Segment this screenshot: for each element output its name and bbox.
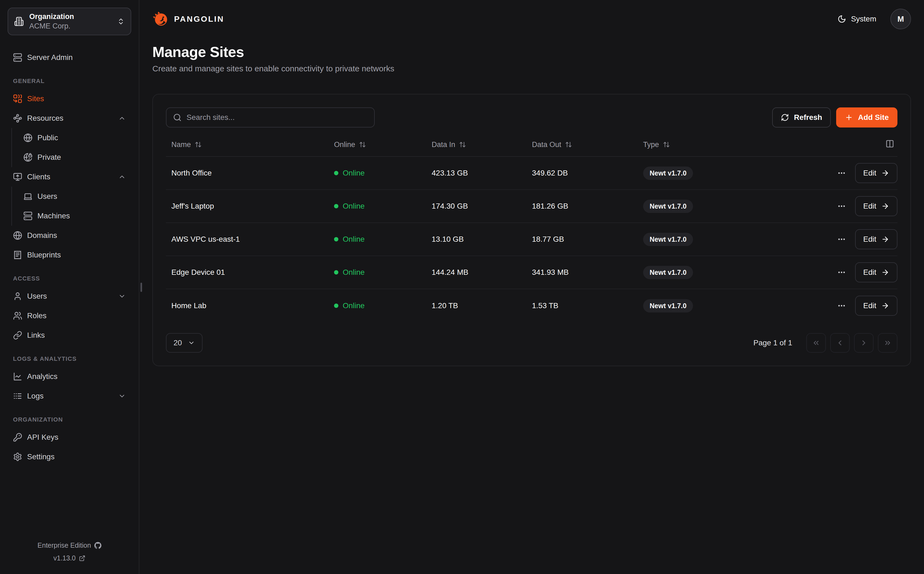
ellipsis-icon <box>837 301 846 310</box>
pangolin-logo-icon <box>152 11 169 27</box>
row-menu-button[interactable] <box>837 169 846 177</box>
toolbar-actions: Refresh Add Site <box>772 107 897 128</box>
row-actions: Edit <box>800 262 897 282</box>
edit-button[interactable]: Edit <box>855 163 897 183</box>
column-header-data-in[interactable]: Data In <box>426 140 526 149</box>
sidebar-item-logs[interactable]: Logs <box>8 386 131 406</box>
sidebar-item-blueprints[interactable]: Blueprints <box>8 245 131 265</box>
sidebar-item-server-admin[interactable]: Server Admin <box>8 48 131 67</box>
ellipsis-icon <box>837 169 846 177</box>
edit-button[interactable]: Edit <box>855 229 897 249</box>
row-menu-button[interactable] <box>837 301 846 310</box>
avatar[interactable]: M <box>890 9 911 29</box>
sidebar-item-private[interactable]: Private <box>12 148 131 167</box>
data-out-value: 181.26 GB <box>526 202 638 210</box>
add-site-button[interactable]: Add Site <box>836 107 897 128</box>
globe-lock-icon <box>23 153 33 162</box>
data-in-value: 144.24 MB <box>426 268 526 277</box>
avatar-initial: M <box>897 15 904 24</box>
section-label-logs-analytics: LOGS & ANALYTICS <box>8 355 131 363</box>
edit-button[interactable]: Edit <box>855 296 897 316</box>
sidebar-item-label: Resources <box>27 114 63 123</box>
site-status: Online <box>328 268 426 277</box>
link-icon <box>13 331 22 340</box>
first-page-button[interactable] <box>806 333 826 353</box>
org-selector[interactable]: Organization ACME Corp. <box>8 8 131 35</box>
edit-button[interactable]: Edit <box>855 262 897 282</box>
chevrons-left-icon <box>812 339 820 347</box>
previous-page-button[interactable] <box>830 333 850 353</box>
page-buttons <box>806 333 897 353</box>
section-label-organization: ORGANIZATION <box>8 416 131 423</box>
column-header-online[interactable]: Online <box>328 140 426 149</box>
table-row: North Office Online 423.13 GB 349.62 DB … <box>166 157 897 190</box>
online-dot <box>334 270 338 274</box>
column-visibility-button[interactable] <box>880 139 897 150</box>
row-menu-button[interactable] <box>837 202 846 210</box>
app-window: Organization ACME Corp. Server Admin GEN… <box>0 0 924 574</box>
sidebar: Organization ACME Corp. Server Admin GEN… <box>0 0 139 574</box>
sidebar-item-clients[interactable]: Clients <box>8 167 131 187</box>
sidebar-item-client-users[interactable]: Users <box>12 187 131 206</box>
sidebar-item-label: Public <box>38 134 58 142</box>
sidebar-item-sites[interactable]: Sites <box>8 89 131 109</box>
refresh-label: Refresh <box>794 113 822 122</box>
data-out-value: 1.53 TB <box>526 301 638 310</box>
version-link[interactable]: v1.13.0 <box>8 554 131 562</box>
type-badge: Newt v1.7.0 <box>643 299 693 312</box>
add-site-label: Add Site <box>858 113 889 122</box>
main-content: PANGOLIN System M Manage Sites Create an… <box>139 0 924 574</box>
last-page-button[interactable] <box>878 333 897 353</box>
refresh-button[interactable]: Refresh <box>772 107 831 128</box>
edition-link[interactable]: Enterprise Edition <box>8 541 131 549</box>
combine-icon <box>13 94 22 103</box>
chevron-right-icon <box>860 339 868 347</box>
sidebar-item-users[interactable]: Users <box>8 287 131 306</box>
sidebar-item-analytics[interactable]: Analytics <box>8 367 131 386</box>
sidebar-item-machines[interactable]: Machines <box>12 206 131 226</box>
column-header-type[interactable]: Type <box>638 140 800 149</box>
edit-label: Edit <box>863 169 876 177</box>
chevron-left-icon <box>836 339 844 347</box>
sidebar-item-label: Server Admin <box>27 53 73 62</box>
sidebar-item-resources[interactable]: Resources <box>8 109 131 128</box>
sidebar-item-domains[interactable]: Domains <box>8 226 131 245</box>
online-dot <box>334 237 338 241</box>
arrow-right-icon <box>881 268 889 276</box>
sidebar-item-roles[interactable]: Roles <box>8 306 131 325</box>
theme-toggle[interactable]: System <box>838 15 876 23</box>
sidebar-item-label: Sites <box>27 95 44 103</box>
sidebar-scrollbar[interactable] <box>140 283 142 292</box>
column-header-name[interactable]: Name <box>166 140 328 149</box>
sidebar-item-label: Users <box>38 192 57 201</box>
sidebar-item-public[interactable]: Public <box>12 128 131 148</box>
column-label: Name <box>171 140 191 149</box>
sidebar-item-label: Settings <box>27 453 55 461</box>
next-page-button[interactable] <box>854 333 874 353</box>
row-menu-button[interactable] <box>837 235 846 244</box>
page-info: Page 1 of 1 <box>753 339 792 347</box>
sidebar-item-settings[interactable]: Settings <box>8 447 131 467</box>
column-label: Data In <box>432 140 455 149</box>
row-actions: Edit <box>800 229 897 249</box>
column-header-data-out[interactable]: Data Out <box>526 140 638 149</box>
sidebar-item-api-keys[interactable]: API Keys <box>8 427 131 447</box>
search-input[interactable] <box>187 113 368 122</box>
receipt-icon <box>13 251 22 260</box>
data-in-value: 423.13 GB <box>426 169 526 177</box>
globe-icon <box>23 133 33 142</box>
chart-line-icon <box>13 372 22 381</box>
row-menu-button[interactable] <box>837 268 846 277</box>
pagination-controls: Page 1 of 1 <box>753 333 897 353</box>
online-dot <box>334 204 338 208</box>
column-label: Type <box>643 140 659 149</box>
row-actions: Edit <box>800 296 897 316</box>
edit-button[interactable]: Edit <box>855 196 897 216</box>
sidebar-item-links[interactable]: Links <box>8 325 131 345</box>
page-size-select[interactable]: 20 <box>166 333 203 353</box>
sites-table: Name Online Data In Data Out <box>166 133 897 322</box>
brand-logo[interactable]: PANGOLIN <box>152 11 224 27</box>
type-badge: Newt v1.7.0 <box>643 200 693 213</box>
laptop-icon <box>23 192 33 201</box>
moon-icon <box>838 15 846 23</box>
